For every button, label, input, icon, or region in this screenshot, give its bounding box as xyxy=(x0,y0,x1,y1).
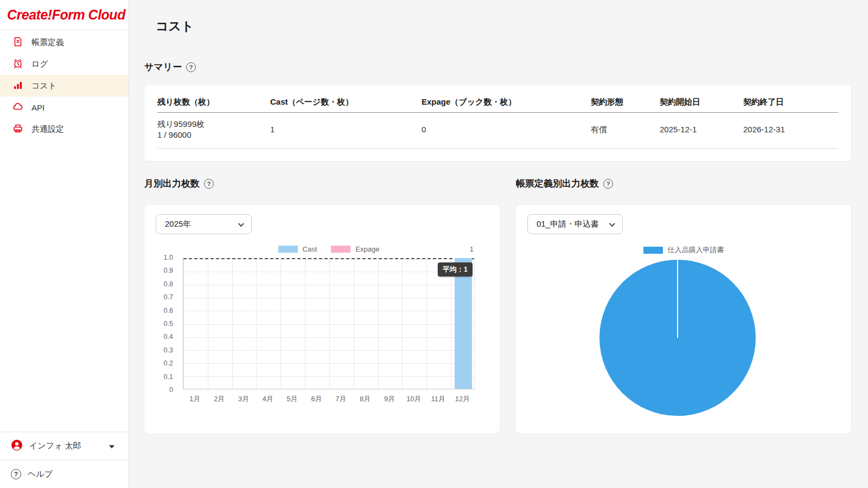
monthly-heading-text: 月別出力枚数 xyxy=(144,177,200,190)
bar-chart-legend: Cast Expage 1 xyxy=(183,245,475,253)
legend-label-form: 仕入品購入申請書 xyxy=(668,245,724,255)
help-label: ヘルプ xyxy=(28,469,53,479)
pie-slice-divider xyxy=(677,260,678,338)
help-circle-icon: ? xyxy=(11,469,21,479)
summary-card: 残り枚数（枚） Cast（ページ数・枚） Expage（ブック数・枚） 契約形態… xyxy=(144,85,851,161)
summary-heading: サマリー ? xyxy=(144,61,196,73)
y-tick-label: 0.6 xyxy=(164,307,173,314)
user-avatar-icon xyxy=(11,439,23,453)
legend-item-form: 仕入品購入申請書 xyxy=(643,245,724,255)
x-tick-label: 12月 xyxy=(450,394,475,404)
document-icon xyxy=(12,36,23,49)
col-contract-type: 契約形態 xyxy=(591,97,660,107)
col-contract-start: 契約開始日 xyxy=(660,97,743,107)
col-contract-end: 契約終了日 xyxy=(743,97,838,107)
sidebar: Create!Form Cloud 帳票定義 xyxy=(0,0,129,488)
bar-cast-12月[interactable] xyxy=(455,258,472,389)
bar-chart-x-axis: 1月2月3月4月5月6月7月8月9月10月11月12月 xyxy=(183,394,475,404)
x-tick-label: 9月 xyxy=(378,394,402,404)
page-title: コスト xyxy=(156,18,194,35)
sidebar-item-label: ログ xyxy=(31,59,48,69)
legend-item-cast: Cast xyxy=(278,245,317,253)
y-tick-label: 0.5 xyxy=(164,320,173,328)
x-tick-label: 7月 xyxy=(329,394,353,404)
legend-item-expage: Expage xyxy=(331,245,379,253)
x-tick-label: 4月 xyxy=(256,394,280,404)
user-name: インフォ 太郎 xyxy=(29,441,81,451)
sidebar-item-label: 帳票定義 xyxy=(31,37,64,48)
by-form-heading: 帳票定義別出力枚数 ? xyxy=(516,177,613,190)
x-tick-label: 2月 xyxy=(207,394,232,404)
sidebar-item-label: コスト xyxy=(31,81,56,91)
sidebar-item-cost[interactable]: コスト xyxy=(0,75,129,97)
sidebar-item-common-settings[interactable]: 共通設定 xyxy=(0,118,129,140)
x-tick-label: 1月 xyxy=(183,394,207,404)
by-form-heading-text: 帳票定義別出力枚数 xyxy=(516,177,599,190)
chevron-down-icon xyxy=(109,445,114,448)
summary-table-header: 残り枚数（枚） Cast（ページ数・枚） Expage（ブック数・枚） 契約形態… xyxy=(157,97,838,113)
cell-contract-end: 2026-12-31 xyxy=(743,119,838,140)
summary-table-row: 残り95999枚 1 / 96000 1 0 有償 2025-12-1 2026… xyxy=(157,113,838,149)
x-tick-label: 8月 xyxy=(353,394,378,404)
y-tick-label: 1.0 xyxy=(164,254,173,261)
bar-chart-icon xyxy=(12,80,23,92)
col-expage: Expage（ブック数・枚） xyxy=(422,97,591,107)
pie-chart-legend: 仕入品購入申請書 xyxy=(516,245,851,255)
cell-contract-type: 有償 xyxy=(591,119,660,140)
app-logo[interactable]: Create!Form Cloud xyxy=(0,0,129,30)
alarm-clock-icon xyxy=(12,58,23,70)
sidebar-menu: 帳票定義 ログ xyxy=(0,30,129,140)
expage-swatch xyxy=(331,246,350,253)
chevron-down-icon xyxy=(609,220,615,226)
x-tick-label: 11月 xyxy=(426,394,450,404)
y-tick-label: 0.3 xyxy=(164,347,173,354)
cell-contract-start: 2025-12-1 xyxy=(660,119,743,140)
bar-chart-plot: 平均：1 xyxy=(183,259,475,389)
cell-cast: 1 xyxy=(270,119,422,140)
by-form-help-icon[interactable]: ? xyxy=(603,179,613,189)
y-tick-label: 0 xyxy=(169,387,173,394)
form-select[interactable]: 01_申請・申込書 xyxy=(527,214,623,234)
form-select-value: 01_申請・申込書 xyxy=(537,219,599,229)
summary-help-icon[interactable]: ? xyxy=(186,62,196,72)
average-value-label: 1 xyxy=(470,245,474,253)
col-cast: Cast（ページ数・枚） xyxy=(270,97,422,107)
x-tick-label: 5月 xyxy=(280,394,304,404)
average-dashed-line xyxy=(183,258,474,259)
cloud-icon xyxy=(12,101,23,114)
summary-heading-text: サマリー xyxy=(144,61,182,73)
cell-expage: 0 xyxy=(422,119,591,140)
col-remaining: 残り枚数（枚） xyxy=(157,97,270,107)
year-select-value: 2025年 xyxy=(165,219,191,229)
x-tick-label: 3月 xyxy=(232,394,256,404)
bar-chart-y-axis: 1.00.90.80.70.60.50.40.30.20.10 xyxy=(144,254,178,394)
pie-swatch xyxy=(643,247,663,254)
sidebar-bottom: インフォ 太郎 ? ヘルプ xyxy=(0,432,129,488)
y-tick-label: 0.8 xyxy=(164,281,173,288)
x-tick-label: 6月 xyxy=(304,394,329,404)
x-tick-label: 10月 xyxy=(401,394,426,404)
user-menu[interactable]: インフォ 太郎 xyxy=(0,432,129,460)
y-tick-label: 0.9 xyxy=(164,267,173,274)
y-tick-label: 0.1 xyxy=(164,374,173,381)
cast-swatch xyxy=(278,246,298,253)
sidebar-item-api[interactable]: API xyxy=(0,97,129,118)
remaining-ratio: 1 / 96000 xyxy=(157,130,270,140)
sidebar-item-form-definition[interactable]: 帳票定義 xyxy=(0,31,129,53)
sidebar-item-label: API xyxy=(31,103,44,112)
help-link[interactable]: ? ヘルプ xyxy=(0,460,129,488)
printer-icon xyxy=(12,123,23,136)
year-select[interactable]: 2025年 xyxy=(156,214,252,234)
chevron-down-icon xyxy=(238,220,244,226)
y-tick-label: 0.4 xyxy=(164,333,173,341)
monthly-chart-card: 2025年 Cast Expage 1 1.00.90.80.70.60.50.… xyxy=(144,205,500,434)
average-tooltip: 平均：1 xyxy=(438,262,473,277)
summary-table: 残り枚数（枚） Cast（ページ数・枚） Expage（ブック数・枚） 契約形態… xyxy=(157,97,838,149)
sidebar-item-log[interactable]: ログ xyxy=(0,53,129,75)
pie-chart-card: 01_申請・申込書 仕入品購入申請書 xyxy=(516,205,851,434)
monthly-chart-heading: 月別出力枚数 ? xyxy=(144,177,214,190)
legend-label-expage: Expage xyxy=(355,245,379,253)
remaining-count: 残り95999枚 xyxy=(157,119,270,130)
monthly-help-icon[interactable]: ? xyxy=(204,179,214,189)
sidebar-item-label: 共通設定 xyxy=(31,124,64,134)
